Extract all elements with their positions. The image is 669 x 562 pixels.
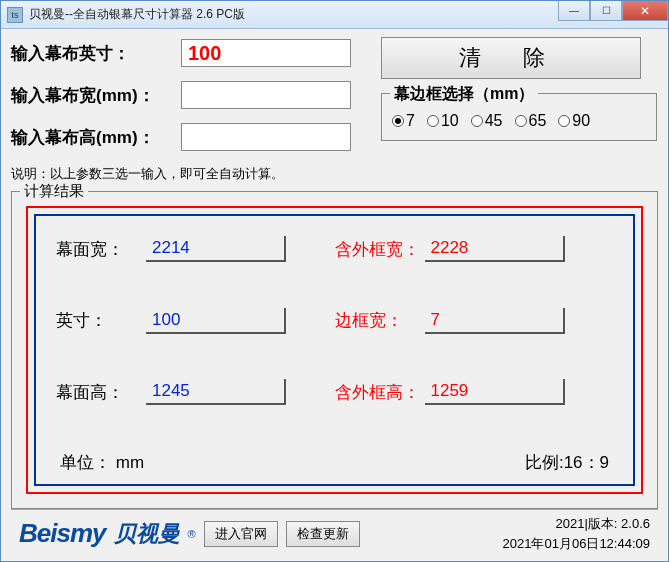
outer-height-value: 1259 — [425, 379, 565, 405]
result-row-1: 幕面宽： 2214 含外框宽： 2228 — [56, 236, 613, 262]
cell-inch: 英寸： 100 — [56, 308, 335, 334]
radio-10[interactable]: 10 — [427, 112, 459, 130]
input-row-height: 输入幕布高(mm)： — [11, 123, 351, 151]
outer-height-label: 含外框高： — [335, 381, 425, 404]
result-group: 计算结果 幕面宽： 2214 含外框宽： 2228 — [11, 191, 658, 509]
height-input[interactable] — [181, 123, 351, 151]
screen-width-value: 2214 — [146, 236, 286, 262]
screen-height-label: 幕面高： — [56, 381, 146, 404]
input-row-width: 输入幕布宽(mm)： — [11, 81, 351, 109]
inch-input[interactable] — [181, 39, 351, 67]
titlebar: ts 贝视曼--全自动银幕尺寸计算器 2.6 PC版 — ☐ ✕ — [1, 1, 668, 29]
input-column: 输入幕布英寸： 输入幕布宽(mm)： 输入幕布高(mm)： — [11, 39, 351, 151]
screen-height-value: 1245 — [146, 379, 286, 405]
width-input[interactable] — [181, 81, 351, 109]
radio-dot-icon — [558, 115, 570, 127]
radio-45[interactable]: 45 — [471, 112, 503, 130]
radio-dot-icon — [471, 115, 483, 127]
border-width-label: 边框宽： — [335, 309, 425, 332]
logo-en: Beismy — [19, 518, 106, 549]
ratio-text: 比例:16：9 — [525, 451, 609, 474]
cell-screen-height: 幕面高： 1245 — [56, 379, 335, 405]
result-row-3: 幕面高： 1245 含外框高： 1259 — [56, 379, 613, 405]
footer-right: 2021|版本: 2.0.6 2021年01月06日12:44:09 — [503, 514, 650, 553]
radio-dot-icon — [515, 115, 527, 127]
clear-button[interactable]: 清 除 — [381, 37, 641, 79]
screen-width-label: 幕面宽： — [56, 238, 146, 261]
radio-label: 45 — [485, 112, 503, 130]
radio-row: 7 10 45 65 90 — [392, 112, 646, 130]
footer: Beismy 贝视曼 ® 进入官网 检查更新 2021|版本: 2.0.6 20… — [11, 509, 658, 557]
outer-width-value: 2228 — [425, 236, 565, 262]
radio-dot-icon — [392, 115, 404, 127]
window-title: 贝视曼--全自动银幕尺寸计算器 2.6 PC版 — [29, 6, 558, 23]
width-label: 输入幕布宽(mm)： — [11, 84, 181, 107]
result-inch-value: 100 — [146, 308, 286, 334]
radio-label: 65 — [529, 112, 547, 130]
outer-box: 幕面宽： 2214 含外框宽： 2228 英寸： 100 — [26, 206, 643, 494]
right-column: 清 除 幕边框选择（mm） 7 10 45 65 90 — [381, 35, 657, 151]
site-button[interactable]: 进入官网 — [204, 521, 278, 547]
frame-select-group: 幕边框选择（mm） 7 10 45 65 90 — [381, 93, 657, 141]
height-label: 输入幕布高(mm)： — [11, 126, 181, 149]
result-row-2: 英寸： 100 边框宽： 7 — [56, 308, 613, 334]
close-button[interactable]: ✕ — [622, 1, 668, 21]
datetime-text: 2021年01月06日12:44:09 — [503, 534, 650, 554]
cell-border-width: 边框宽： 7 — [335, 308, 614, 334]
radio-7[interactable]: 7 — [392, 112, 415, 130]
radio-label: 7 — [406, 112, 415, 130]
minimize-button[interactable]: — — [558, 1, 590, 21]
radio-label: 90 — [572, 112, 590, 130]
result-bottom-row: 单位： mm 比例:16：9 — [56, 451, 613, 474]
radio-65[interactable]: 65 — [515, 112, 547, 130]
radio-dot-icon — [427, 115, 439, 127]
update-button[interactable]: 检查更新 — [286, 521, 360, 547]
unit-text: 单位： mm — [60, 451, 144, 474]
version-text: 2021|版本: 2.0.6 — [503, 514, 650, 534]
maximize-button[interactable]: ☐ — [590, 1, 622, 21]
border-width-value: 7 — [425, 308, 565, 334]
window-controls: — ☐ ✕ — [558, 1, 668, 28]
result-inch-label: 英寸： — [56, 309, 146, 332]
top-area: 输入幕布英寸： 输入幕布宽(mm)： 输入幕布高(mm)： 清 除 幕边框选择（… — [11, 35, 658, 151]
app-window: ts 贝视曼--全自动银幕尺寸计算器 2.6 PC版 — ☐ ✕ 输入幕布英寸：… — [0, 0, 669, 562]
inner-box: 幕面宽： 2214 含外框宽： 2228 英寸： 100 — [34, 214, 635, 486]
radio-label: 10 — [441, 112, 459, 130]
registered-icon: ® — [188, 528, 196, 540]
cell-outer-width: 含外框宽： 2228 — [335, 236, 614, 262]
frame-legend: 幕边框选择（mm） — [390, 84, 538, 105]
cell-outer-height: 含外框高： 1259 — [335, 379, 614, 405]
input-row-inch: 输入幕布英寸： — [11, 39, 351, 67]
client-area: 输入幕布英寸： 输入幕布宽(mm)： 输入幕布高(mm)： 清 除 幕边框选择（… — [1, 29, 668, 561]
cell-screen-width: 幕面宽： 2214 — [56, 236, 335, 262]
app-icon: ts — [7, 7, 23, 23]
outer-width-label: 含外框宽： — [335, 238, 425, 261]
note-text: 说明：以上参数三选一输入，即可全自动计算。 — [11, 165, 658, 183]
radio-90[interactable]: 90 — [558, 112, 590, 130]
logo-cn: 贝视曼 — [114, 519, 180, 549]
result-legend: 计算结果 — [20, 182, 88, 201]
inch-label: 输入幕布英寸： — [11, 42, 181, 65]
